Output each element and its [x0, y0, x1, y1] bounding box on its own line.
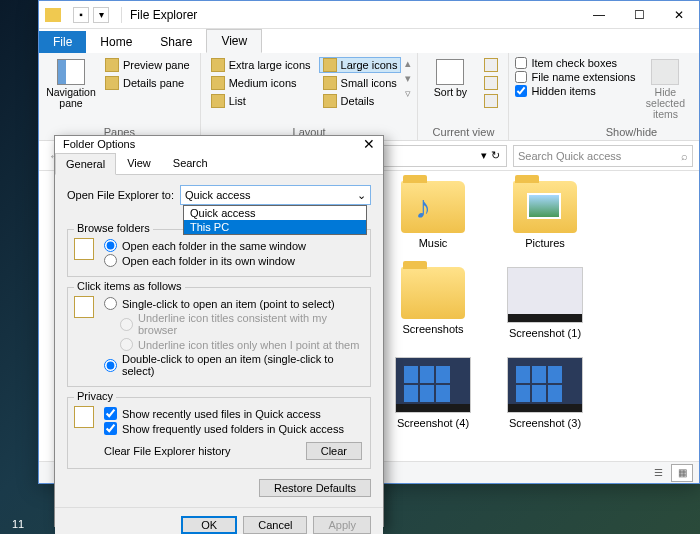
group-panes: Navigation pane Preview pane Details pan… — [39, 53, 201, 140]
group-show-hide: Item check boxes File name extensions Hi… — [509, 53, 700, 140]
open-to-select[interactable]: Quick access ⌄ — [180, 185, 371, 205]
separator — [121, 7, 122, 23]
privacy-group: Privacy Show recently used files in Quic… — [67, 397, 371, 469]
ribbon: Navigation pane Preview pane Details pan… — [39, 53, 699, 141]
dropdown-option-quick-access[interactable]: Quick access — [184, 206, 366, 220]
click-items-group: Click items as follows Single-click to o… — [67, 287, 371, 387]
browse-folders-group: Browse folders Open each folder in the s… — [67, 229, 371, 277]
scroll-down-icon[interactable]: ▾ — [405, 72, 411, 85]
open-to-label: Open File Explorer to: — [67, 189, 174, 201]
hide-icon — [651, 59, 679, 85]
list-button[interactable]: List — [207, 93, 315, 109]
navigation-pane-button[interactable]: Navigation pane — [45, 55, 97, 109]
ok-button[interactable]: OK — [181, 516, 237, 534]
dropdown-option-this-pc[interactable]: This PC — [184, 220, 366, 234]
ribbon-tabs: File Home Share View — [39, 29, 699, 53]
search-icon: ⌕ — [681, 150, 688, 162]
preview-pane-icon — [105, 58, 119, 72]
medium-icon — [211, 76, 225, 90]
check-recent-files[interactable]: Show recently used files in Quick access — [76, 406, 362, 421]
folder-icon — [401, 267, 465, 319]
dialog-body: Open File Explorer to: Quick access ⌄ Qu… — [55, 175, 383, 507]
extra-large-icons-button[interactable]: Extra large icons — [207, 57, 315, 73]
item-checkboxes-toggle[interactable]: Item check boxes — [515, 57, 635, 69]
expand-icon[interactable]: ▿ — [405, 87, 411, 100]
radio-single-click[interactable]: Single-click to open an item (point to s… — [76, 296, 362, 311]
groupby-icon — [484, 58, 498, 72]
file-screenshot-1[interactable]: Screenshot (1) — [501, 267, 589, 339]
open-to-dropdown: Quick access This PC — [183, 205, 367, 235]
details-pane-button[interactable]: Details pane — [101, 75, 194, 91]
tab-home[interactable]: Home — [86, 31, 146, 53]
details-view-button[interactable]: Details — [319, 93, 402, 109]
hidden-items-toggle[interactable]: Hidden items — [515, 85, 635, 97]
tab-general[interactable]: General — [55, 153, 116, 175]
scroll-up-icon[interactable]: ▴ — [405, 57, 411, 70]
browse-icon — [74, 238, 94, 260]
add-columns-button[interactable] — [480, 75, 502, 91]
radio-double-click[interactable]: Double-click to open an item (single-cli… — [76, 352, 362, 378]
options-button[interactable]: ✓ Options — [695, 55, 700, 98]
qat-properties-icon[interactable]: ▪ — [73, 7, 89, 23]
click-icon — [74, 296, 94, 318]
tab-file[interactable]: File — [39, 31, 86, 53]
folder-icon — [513, 181, 577, 233]
radio-same-window[interactable]: Open each folder in the same window — [76, 238, 362, 253]
medium-icons-button[interactable]: Medium icons — [207, 75, 315, 91]
qat-new-folder-icon[interactable]: ▾ — [93, 7, 109, 23]
sizecol-icon — [484, 94, 498, 108]
icons-view-icon[interactable]: ▦ — [671, 464, 693, 482]
tab-view[interactable]: View — [206, 29, 262, 53]
folder-music[interactable]: ♪ Music — [389, 181, 477, 249]
file-extensions-toggle[interactable]: File name extensions — [515, 71, 635, 83]
group-by-button[interactable] — [480, 57, 502, 73]
picture-icon — [527, 193, 561, 219]
file-screenshot-4[interactable]: Screenshot (4) — [389, 357, 477, 429]
large-icons-button[interactable]: Large icons — [319, 57, 402, 73]
preview-pane-button[interactable]: Preview pane — [101, 57, 194, 73]
details-pane-icon — [105, 76, 119, 90]
radio-underline-browser: Underline icon titles consistent with my… — [76, 311, 362, 337]
folder-icon: ♪ — [401, 181, 465, 233]
taskbar-time: 11 — [12, 518, 24, 530]
dialog-close-button[interactable]: ✕ — [363, 136, 375, 152]
window-title: File Explorer — [126, 8, 579, 22]
clear-history-label: Clear File Explorer history — [104, 445, 231, 457]
dialog-footer: OK Cancel Apply — [55, 507, 383, 534]
radio-underline-point: Underline icon titles only when I point … — [76, 337, 362, 352]
dropdown-icon[interactable]: ▾ — [481, 149, 487, 162]
cancel-button[interactable]: Cancel — [243, 516, 307, 534]
sort-by-button[interactable]: Sort by — [424, 55, 476, 98]
group-layout: Extra large icons Medium icons List Larg… — [201, 53, 419, 140]
details-icon — [323, 94, 337, 108]
minimize-button[interactable]: — — [579, 1, 619, 29]
clear-button[interactable]: Clear — [306, 442, 362, 460]
tab-share[interactable]: Share — [146, 31, 206, 53]
tab-search[interactable]: Search — [162, 152, 219, 174]
folder-pictures[interactable]: Pictures — [501, 181, 589, 249]
radio-own-window[interactable]: Open each folder in its own window — [76, 253, 362, 268]
close-button[interactable]: ✕ — [659, 1, 699, 29]
size-columns-button[interactable] — [480, 93, 502, 109]
thumbnail-icon — [507, 357, 583, 413]
check-frequent-folders[interactable]: Show frequently used folders in Quick ac… — [76, 421, 362, 436]
refresh-icon[interactable]: ↻ — [491, 149, 500, 162]
nav-pane-icon — [57, 59, 85, 85]
file-screenshot-3[interactable]: Screenshot (3) — [501, 357, 589, 429]
thumbnail-icon — [395, 357, 471, 413]
folder-screenshots[interactable]: Screenshots — [389, 267, 477, 339]
tab-view[interactable]: View — [116, 152, 162, 174]
small-icons-button[interactable]: Small icons — [319, 75, 402, 91]
apply-button[interactable]: Apply — [313, 516, 371, 534]
sort-icon — [436, 59, 464, 85]
xlarge-icon — [211, 58, 225, 72]
folder-icon — [45, 8, 61, 22]
restore-defaults-button[interactable]: Restore Defaults — [259, 479, 371, 497]
details-view-icon[interactable]: ☰ — [647, 464, 669, 482]
maximize-button[interactable]: ☐ — [619, 1, 659, 29]
dialog-tabs: General View Search — [55, 152, 383, 175]
folder-options-dialog: Folder Options ✕ General View Search Ope… — [54, 135, 384, 527]
large-icon — [323, 58, 337, 72]
search-input[interactable]: Search Quick access ⌕ — [513, 145, 693, 167]
music-note-icon: ♪ — [415, 189, 431, 226]
